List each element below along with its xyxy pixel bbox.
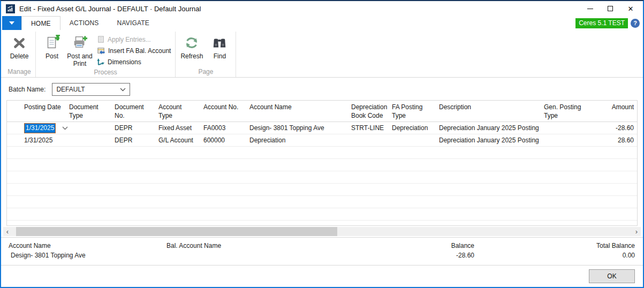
group-label-manage: Manage [5,67,33,77]
ribbon-group-process: Post Post and Print [36,32,176,77]
fa-posting-type-cell[interactable]: Depreciation [389,124,436,132]
scroll-left-arrow-icon[interactable]: ‹ [3,227,12,236]
app-window: Edit - Fixed Asset G/L Journal - DEFAULT… [0,0,644,288]
balance-value: -28.60 [373,251,474,260]
post-icon [44,34,60,52]
find-icon [211,34,228,52]
document-no-cell[interactable]: DEPR [111,124,155,132]
refresh-icon [184,34,200,52]
account-no-cell[interactable]: 600000 [200,137,246,144]
chevron-down-icon [120,88,126,92]
tab-home[interactable]: HOME [21,16,60,30]
title-bar: Edit - Fixed Asset G/L Journal - DEFAULT… [1,1,643,16]
col-account-type[interactable]: Account Type [155,103,200,120]
account-type-cell[interactable]: G/L Account [155,137,200,144]
window-title: Edit - Fixed Asset G/L Journal - DEFAULT… [19,5,201,13]
ribbon-tabstrip: HOME ACTIONS NAVIGATE Ceres 5.1 TEST ? [1,16,643,30]
scroll-right-arrow-icon[interactable]: › [632,227,641,236]
col-depreciation-book-code[interactable]: Depreciation Book Code [348,103,389,120]
table-row-empty[interactable] [7,196,637,208]
balance-label: Balance [373,241,474,251]
app-chart-icon [6,4,15,13]
table-row[interactable]: 1/31/2025 DEPR Fixed Asset FA0003 Design… [7,122,637,134]
amount-cell[interactable]: 28.60 [590,137,637,144]
minimize-button[interactable] [580,2,600,15]
table-row-empty[interactable] [7,184,637,196]
scrollbar-thumb[interactable] [16,227,337,236]
document-no-cell[interactable]: DEPR [111,137,155,144]
minimize-icon [587,9,593,9]
col-description[interactable]: Description [436,103,541,120]
col-fa-posting-type[interactable]: FA Posting Type [389,103,436,120]
total-balance-value: 0.00 [474,251,635,260]
table-row-empty[interactable] [7,147,637,159]
ribbon-group-manage: Delete Manage [3,32,36,77]
batch-name-row: Batch Name: DEFAULT [1,78,643,100]
row-selector-header [7,103,21,120]
posting-date-cell[interactable]: 1/31/2025 [21,137,66,144]
amount-cell[interactable]: -28.60 [590,124,637,132]
post-and-print-button[interactable]: Post and Print [66,32,94,68]
chevron-down-icon [9,21,14,25]
selected-cell-value[interactable]: 1/31/2025 [24,123,56,133]
table-row-empty[interactable] [7,159,637,171]
environment-badge: Ceres 5.1 TEST [575,18,628,28]
help-button[interactable]: ? [631,19,640,28]
horizontal-scrollbar[interactable]: ‹ › [3,227,641,236]
description-cell[interactable]: Depreciation January 2025 Posting [436,124,541,132]
depreciation-book-code-cell[interactable]: STRT-LINE [348,124,389,132]
footer-info-panel: Account Name Bal. Account Name Balance T… [1,237,643,265]
batch-name-combobox[interactable]: DEFAULT [52,83,130,96]
col-posting-date[interactable]: Posting Date [21,103,66,120]
col-gen-posting-type[interactable]: Gen. Posting Type [541,103,590,120]
dimensions-icon [97,58,105,66]
help-icon: ? [633,20,637,26]
grid-header-row: Posting Date Document Type Document No. … [7,101,637,122]
maximize-icon [608,6,613,11]
table-row[interactable]: 1/31/2025 DEPR G/L Account 600000 Deprec… [7,134,637,147]
insert-fa-bal-account-button[interactable]: Insert FA Bal. Account [97,46,171,55]
scrollbar-track[interactable] [12,227,632,236]
col-document-no[interactable]: Document No. [111,103,155,120]
dimensions-button[interactable]: Dimensions [97,57,171,66]
chevron-down-icon [62,126,68,130]
table-row-empty[interactable] [7,208,637,221]
posting-date-cell[interactable]: 1/31/2025 [21,123,66,133]
total-balance-label: Total Balance [474,241,635,251]
col-amount[interactable]: Amount [590,103,637,120]
tab-actions[interactable]: ACTIONS [60,16,108,30]
apply-entries-icon [97,35,105,43]
ribbon: Delete Manage [1,30,643,78]
post-button[interactable]: Post [38,32,66,68]
app-menu-button[interactable] [2,16,21,30]
date-picker-dropdown[interactable] [62,126,68,130]
batch-name-label: Batch Name: [9,86,46,93]
ok-button[interactable]: OK [589,269,635,283]
bal-account-name-label: Bal. Account Name [166,241,373,251]
table-row-empty[interactable] [7,171,637,184]
delete-button[interactable]: Delete [5,32,33,67]
post-and-print-icon [72,34,88,52]
maximize-button[interactable] [600,2,620,15]
journal-grid: Posting Date Document Type Document No. … [6,100,638,226]
col-account-no[interactable]: Account No. [200,103,246,120]
batch-name-value: DEFAULT [56,86,85,93]
tab-navigate[interactable]: NAVIGATE [108,16,159,30]
group-label-page: Page [178,67,233,77]
find-button[interactable]: Find [206,32,233,67]
apply-entries-button[interactable]: Apply Entries... [97,35,171,44]
col-document-type[interactable]: Document Type [66,103,111,120]
account-name-cell[interactable]: Depreciation [246,137,348,144]
close-icon: ✕ [628,5,634,12]
col-account-name[interactable]: Account Name [246,103,348,120]
table-row-empty[interactable] [7,221,637,226]
close-button[interactable]: ✕ [620,2,641,15]
account-type-cell[interactable]: Fixed Asset [155,124,200,132]
account-name-value: Design- 3801 Topping Ave [9,251,166,260]
refresh-button[interactable]: Refresh [178,32,206,67]
group-label-process: Process [38,68,173,78]
account-name-cell[interactable]: Design- 3801 Topping Ave [246,124,348,132]
bottom-bar: OK [1,265,643,287]
description-cell[interactable]: Depreciation January 2025 Posting [436,137,541,144]
account-no-cell[interactable]: FA0003 [200,124,246,132]
